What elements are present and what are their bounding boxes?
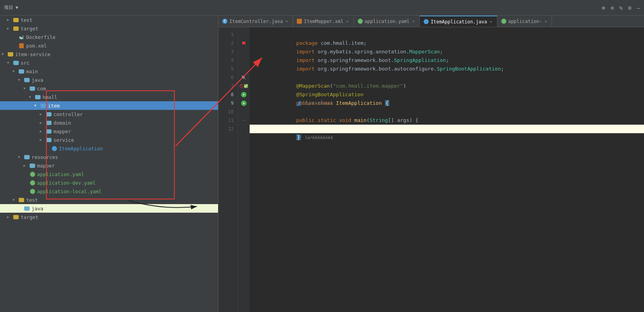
settings-icon[interactable]: ⚙ <box>628 5 631 11</box>
arrow-icon <box>23 86 29 90</box>
gutter-line-3 <box>238 48 250 56</box>
yaml-icon <box>501 19 506 24</box>
editor: C ItemController.java ✕ ItemMapper.xml ✕… <box>218 16 644 312</box>
tab-ItemController[interactable]: C ItemController.java ✕ <box>218 16 293 27</box>
code-line-1: package com.hmall.item; <box>250 30 644 39</box>
gutter-line-1 <box>238 30 250 39</box>
line-number: 8 <box>218 90 238 99</box>
tab-close-button[interactable]: ✕ <box>544 19 548 24</box>
sidebar-item-test-bottom[interactable]: test <box>0 196 218 204</box>
align-icon[interactable]: ≡ <box>610 5 614 11</box>
item-label: hmall <box>43 94 57 100</box>
tab-close-button[interactable]: ✕ <box>489 19 493 24</box>
folder-icon <box>45 137 52 143</box>
collapse-icon[interactable]: ≒ <box>619 5 623 11</box>
gutter-line-8[interactable]: ▶ <box>238 90 250 99</box>
run-class-button[interactable]: ▶ <box>241 92 247 97</box>
arrow-icon <box>40 121 45 125</box>
editor-tabs: C ItemController.java ✕ ItemMapper.xml ✕… <box>218 16 644 27</box>
line-number: 1 <box>218 30 238 39</box>
folder-icon <box>18 197 25 203</box>
line-number: 5 <box>218 65 238 73</box>
sidebar-item-java-bottom[interactable]: java <box>0 204 218 213</box>
sidebar-item-target-top[interactable]: target <box>0 24 218 33</box>
item-label: pom.xml <box>26 43 47 49</box>
sidebar-item-src[interactable]: src <box>0 58 218 67</box>
tab-application[interactable]: application.yaml ✕ <box>354 16 420 27</box>
toolbar-label: 项目 <box>4 4 13 11</box>
item-label: domain <box>53 120 71 126</box>
arrow-icon <box>18 155 23 159</box>
sidebar-item-service[interactable]: service <box>0 136 218 144</box>
sidebar-item-mapper-res[interactable]: mapper <box>0 161 218 170</box>
item-label: item <box>48 103 60 109</box>
run-method-button[interactable]: ▶ <box>241 100 247 106</box>
docker-icon: 🐋 <box>18 34 25 40</box>
check-icon: ✅ <box>244 84 248 88</box>
sidebar-item-test-top[interactable]: test <box>0 16 218 24</box>
code-line-7: @SpringBootApplication <box>250 82 644 90</box>
arrow-icon <box>40 138 45 142</box>
gutter-line-9[interactable]: ▶ <box>238 99 250 108</box>
tab-ItemMapper[interactable]: ItemMapper.xml ✕ <box>293 16 353 27</box>
play-icon: ▶ <box>243 93 245 96</box>
sidebar-item-pom[interactable]: pom.xml <box>0 41 218 50</box>
line-number: 11 <box>218 116 238 125</box>
item-label: resources <box>32 154 58 160</box>
code-line-9: public static void main(String[] args) {… <box>250 99 644 108</box>
tab-application-more[interactable]: application- ✕ <box>497 16 552 27</box>
java-app-icon <box>51 145 58 152</box>
toolbar-actions: ⊕ ≡ ≒ ⚙ — <box>602 5 640 11</box>
folder-icon <box>29 85 36 92</box>
sidebar-item-hmall[interactable]: hmall <box>0 93 218 101</box>
gutter-line-12 <box>238 125 250 133</box>
item-label: com <box>37 86 46 92</box>
sidebar-item-main[interactable]: main <box>0 67 218 76</box>
app-container: 项目 ▼ ⊕ ≡ ≒ ⚙ — test <box>0 0 644 312</box>
sidebar-item-mapper[interactable]: mapper <box>0 127 218 136</box>
xml-icon <box>18 42 25 49</box>
line-number: 7 <box>218 82 238 90</box>
add-icon[interactable]: ⊕ <box>602 5 605 11</box>
sidebar-item-dockerfile[interactable]: 🐋 Dockerfile <box>0 33 218 41</box>
code-editor[interactable]: 1 2 3 4 5 6 7 8 9 10 11 12 <box>218 27 644 312</box>
folder-icon <box>12 60 20 66</box>
folder-icon <box>34 94 41 100</box>
sidebar-item-com[interactable]: com <box>0 84 218 93</box>
arrow-icon <box>7 61 12 65</box>
sidebar-item-target-bottom[interactable]: target <box>0 213 218 221</box>
arrow-icon <box>7 215 12 219</box>
item-label: application-dev.yaml <box>37 180 96 186</box>
sidebar-item-item-service[interactable]: item-service <box>0 50 218 58</box>
tab-ItemApplication[interactable]: ItemApplication.java ✕ <box>420 16 497 27</box>
sidebar-item-item[interactable]: item <box>0 101 218 110</box>
sidebar-item-domain[interactable]: domain <box>0 118 218 127</box>
minimize-icon[interactable]: — <box>637 5 640 11</box>
sidebar-item-java[interactable]: java <box>0 76 218 84</box>
java-app-icon <box>424 19 429 24</box>
item-label: test <box>26 197 38 203</box>
folder-icon <box>40 102 47 109</box>
fold-icon: ─ <box>243 118 245 122</box>
toolbar-dropdown-arrow[interactable]: ▼ <box>16 5 18 10</box>
tab-close-button[interactable]: ✕ <box>345 19 349 24</box>
project-tree: test target 🐋 Dockerfile pom.xml <box>0 16 218 312</box>
java-icon: C <box>222 19 227 24</box>
item-label: main <box>26 69 38 74</box>
yaml-icon <box>29 171 36 177</box>
sidebar-item-ItemApplication[interactable]: ItemApplication <box>0 144 218 153</box>
tab-label: ItemMapper.xml <box>304 19 343 24</box>
sidebar-item-app-dev-yaml[interactable]: application-dev.yaml <box>0 178 218 187</box>
gutter-line-4 <box>238 56 250 65</box>
line-numbers: 1 2 3 4 5 6 7 8 9 10 11 12 <box>218 27 238 312</box>
arrow-icon <box>7 18 12 22</box>
sidebar-item-app-local-yaml[interactable]: application-local.yaml <box>0 187 218 196</box>
tab-close-button[interactable]: ✕ <box>412 19 415 24</box>
brace-close-class: } <box>296 134 301 140</box>
tab-close-button[interactable]: ✕ <box>285 19 289 24</box>
item-label: application.yaml <box>37 171 84 177</box>
sidebar-item-controller[interactable]: controller <box>0 110 218 118</box>
sidebar-item-resources[interactable]: resources <box>0 153 218 161</box>
yaml-icon <box>29 180 36 186</box>
sidebar-item-app-yaml[interactable]: application.yaml <box>0 170 218 178</box>
